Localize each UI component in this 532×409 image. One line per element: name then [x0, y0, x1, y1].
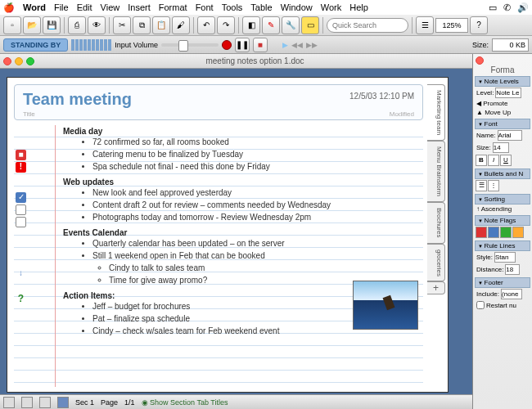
section-tab[interactable]: Menu Brainstorm	[427, 141, 445, 202]
level-field[interactable]	[495, 88, 521, 98]
list-item[interactable]: Catering menu to be finalized by Tuesday	[92, 148, 423, 160]
menu-window[interactable]: Window	[281, 2, 313, 12]
italic-button[interactable]: I	[488, 155, 499, 166]
section-footer[interactable]: Footer	[475, 277, 530, 288]
skip-back-button[interactable]: ◀◀	[291, 41, 303, 49]
undo-button[interactable]: ↶	[197, 16, 215, 34]
flag-1[interactable]	[476, 227, 487, 238]
underline-button[interactable]: U	[500, 155, 512, 166]
menu-help[interactable]: Help	[349, 2, 368, 12]
numbering-button[interactable]: ⋮	[488, 180, 499, 191]
preview-button[interactable]: 👁	[88, 16, 106, 34]
copy-button[interactable]: ⧉	[133, 16, 151, 34]
section-font[interactable]: Font	[475, 119, 530, 129]
snowboarder-image[interactable]	[353, 281, 418, 330]
zoom-button[interactable]	[26, 57, 34, 65]
promote-button[interactable]: ◀ Promote	[476, 100, 507, 107]
record-button[interactable]	[222, 40, 232, 50]
document-page[interactable]: Team meeting 12/5/03 12:10 PM Title Modi…	[7, 77, 449, 393]
note-flag[interactable]	[16, 204, 26, 215]
note-body[interactable]: ■!✓↓? Media day72 confirmed so far, all …	[14, 125, 423, 387]
note-flag[interactable]: ■	[16, 150, 26, 160]
redo-button[interactable]: ↷	[217, 16, 235, 34]
menu-work[interactable]: Work	[321, 2, 341, 12]
menu-tools[interactable]: Tools	[222, 2, 243, 12]
bold-button[interactable]: B	[476, 155, 487, 166]
search-input[interactable]	[327, 18, 408, 33]
section-bullets[interactable]: Bullets and N	[475, 169, 530, 179]
note-flag[interactable]: ✓	[16, 192, 26, 203]
menu-word[interactable]: Word	[23, 2, 46, 12]
save-button[interactable]: 💾	[43, 16, 61, 34]
view-normal-button[interactable]	[3, 397, 15, 408]
list-item[interactable]: Quarterly calendar has been updated – on…	[92, 237, 423, 249]
apple-menu-icon[interactable]: 🍎	[3, 2, 15, 13]
footer-include-field[interactable]	[501, 289, 522, 299]
pause-button[interactable]: ❚❚	[235, 38, 250, 52]
list-item[interactable]: Cindy to talk to sales team	[109, 262, 423, 274]
menu-table[interactable]: Table	[250, 2, 272, 12]
flag-2[interactable]	[488, 227, 499, 238]
section-tab[interactable]: Brochures	[427, 202, 445, 243]
bullets-button[interactable]: ☰	[476, 180, 487, 191]
stop-button[interactable]: ■	[253, 38, 268, 52]
play-button[interactable]: ▶	[282, 41, 288, 49]
rule-style-field[interactable]	[494, 252, 516, 263]
skip-fwd-button[interactable]: ▶▶	[306, 41, 318, 49]
restart-checkbox[interactable]	[476, 301, 485, 309]
battery-icon[interactable]: ▭	[489, 2, 497, 13]
show-tabs-label[interactable]: ◉ Show Section Tab Titles	[142, 398, 228, 407]
zoom-field[interactable]	[435, 18, 468, 33]
ascending-button[interactable]: ↑ Ascending	[476, 205, 512, 213]
list-item[interactable]: New look and feel approved yesterday	[92, 187, 423, 199]
palette-close-button[interactable]	[476, 56, 484, 65]
section-heading[interactable]: Events Calendar	[63, 228, 423, 237]
input-volume-slider[interactable]	[161, 43, 219, 47]
menu-file[interactable]: File	[54, 2, 69, 12]
menu-edit[interactable]: Edit	[77, 2, 92, 12]
list-item[interactable]: Content draft 2 out for review – comment…	[92, 199, 423, 211]
list-item[interactable]: Photographs today and tomorrow - Review …	[92, 211, 423, 223]
section-heading[interactable]: Media day	[63, 127, 423, 136]
list-item[interactable]: 72 confirmed so far, all rooms booked	[92, 136, 423, 148]
paste-button[interactable]: 📋	[152, 16, 170, 34]
font-name-field[interactable]	[498, 130, 522, 141]
pen-red-button[interactable]: ✎	[262, 16, 280, 34]
menu-font[interactable]: Font	[196, 2, 214, 12]
view-page-button[interactable]	[39, 397, 51, 408]
rule-distance-field[interactable]	[505, 264, 520, 275]
section-heading[interactable]: Web updates	[63, 178, 423, 187]
font-size-field[interactable]	[493, 142, 509, 153]
format-painter-button[interactable]: 🖌	[172, 16, 190, 34]
section-note-flags[interactable]: Note Flags	[475, 215, 530, 226]
minimize-button[interactable]	[15, 57, 23, 65]
note-flag[interactable]: ↓	[16, 268, 26, 279]
toolbox-button[interactable]: 🔧	[282, 16, 300, 34]
note-flag[interactable]: ?	[16, 293, 26, 303]
list-item[interactable]: Spa schedule not final - need this done …	[92, 160, 423, 173]
help-button[interactable]: ?	[470, 16, 488, 34]
section-tab[interactable]: Marketing team	[427, 84, 445, 141]
section-tab[interactable]: groceries	[427, 244, 445, 282]
volume-icon[interactable]: 🔊	[517, 2, 529, 13]
moveup-button[interactable]: ▲ Move Up	[476, 109, 511, 116]
print-button[interactable]: ⎙	[68, 16, 86, 34]
menu-format[interactable]: Format	[159, 2, 187, 12]
open-button[interactable]: 📂	[23, 16, 41, 34]
flag-3[interactable]	[500, 227, 512, 238]
section-note-levels[interactable]: Note Levels	[475, 76, 530, 87]
cut-button[interactable]: ✂	[113, 16, 131, 34]
section-sorting[interactable]: Sorting	[475, 194, 530, 204]
eraser-button[interactable]: ◧	[242, 16, 260, 34]
flag-4[interactable]	[512, 227, 524, 238]
view-outline-button[interactable]	[21, 397, 33, 408]
note-flag[interactable]	[16, 217, 26, 227]
section-rule-lines[interactable]: Rule Lines	[475, 240, 530, 251]
menu-insert[interactable]: Insert	[128, 2, 151, 12]
note-flag[interactable]: !	[16, 162, 26, 173]
highlight-button[interactable]: ▭	[301, 16, 319, 34]
view-notebook-button[interactable]	[57, 397, 69, 408]
new-button[interactable]: ▫	[3, 16, 21, 34]
add-tab-button[interactable]: +	[427, 281, 445, 294]
phone-icon[interactable]: ✆	[503, 2, 511, 13]
